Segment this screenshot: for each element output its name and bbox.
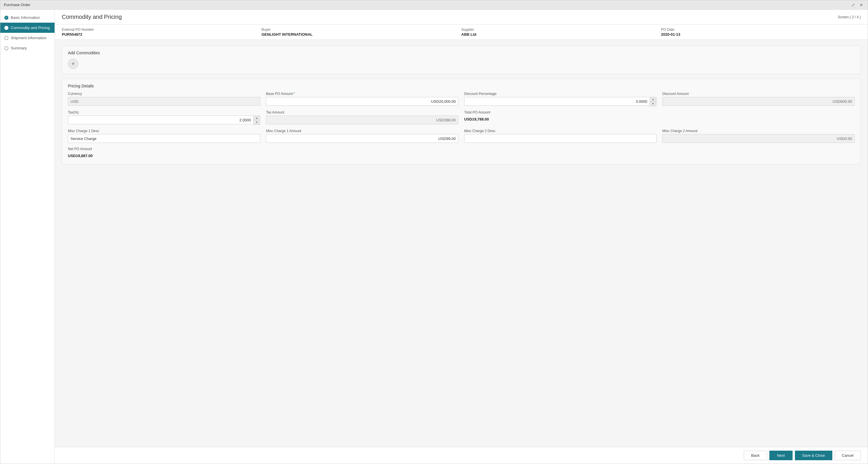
info-bar: External PO Number PUR554872 Buyer GENLI… — [55, 25, 868, 40]
title-bar-controls: ⤢ ✕ — [850, 3, 864, 7]
total-po-amount-label: Total PO Amount — [464, 110, 656, 114]
po-date-label: PO Date — [661, 28, 855, 32]
tax-group: Tax(%) ▲ ▼ — [68, 110, 260, 125]
page-title: Commodity and Pricing — [62, 13, 122, 20]
discount-amount-group: Discount Amount — [662, 92, 855, 106]
misc-charge2-amount-label: Misc Charge 2 Amount — [662, 129, 855, 133]
misc-charge1-amount-input[interactable] — [266, 134, 458, 143]
content-header: Commodity and Pricing Screen ( 2 / 4 ) — [55, 9, 868, 25]
total-po-amount-group: Total PO Amount USD19,788.00 — [464, 110, 656, 125]
purchase-order-window: Purchase Order ⤢ ✕ i Basic Information C… — [0, 0, 868, 464]
misc-charge2-desc-input[interactable] — [464, 134, 656, 143]
add-commodities-toggle-button[interactable]: + — [68, 59, 78, 69]
currency-group: Currency — [68, 92, 260, 106]
content-area: Commodity and Pricing Screen ( 2 / 4 ) E… — [55, 9, 868, 464]
footer: Back Next Save & Close Cancel — [55, 447, 868, 464]
tax-down-button[interactable]: ▼ — [253, 120, 260, 124]
tax-amount-input — [266, 116, 458, 124]
po-date-value: 2020-01-13 — [661, 32, 855, 36]
misc-charge2-amount-group: Misc Charge 2 Amount — [662, 129, 855, 143]
discount-amount-input — [662, 97, 855, 106]
misc-charge2-desc-group: Misc Charge 2 Desc — [464, 129, 656, 143]
base-po-amount-group: Base PO Amount* — [266, 92, 458, 106]
close-button[interactable]: ✕ — [859, 3, 864, 7]
buyer-field: Buyer GENLIGHT INTERNATIONAL — [262, 28, 462, 36]
supplier-label: Supplier — [461, 28, 655, 32]
misc-charge2-amount-input — [662, 134, 855, 143]
info-icon: i — [4, 16, 8, 20]
sidebar-label-summary: Summary — [11, 46, 27, 50]
pricing-details-section: Pricing Details Currency Base PO Amount* — [62, 79, 861, 164]
misc-charge1-amount-label: Misc Charge 1 Amount — [266, 129, 458, 133]
sidebar-label-basic-information: Basic Information — [11, 16, 40, 20]
discount-percentage-with-spinners: ▲ ▼ — [464, 97, 656, 106]
external-po-number-value: PUR554872 — [62, 32, 256, 36]
base-po-amount-input[interactable] — [266, 97, 458, 106]
save-close-button[interactable]: Save & Close — [795, 451, 832, 460]
back-button[interactable]: Back — [744, 451, 767, 460]
add-commodities-title: Add Commodities — [68, 51, 855, 55]
sidebar-label-commodity-and-pricing: Commodity and Pricing — [11, 26, 50, 30]
discount-percentage-down-button[interactable]: ▼ — [650, 102, 656, 106]
misc-charge1-amount-group: Misc Charge 1 Amount — [266, 129, 458, 143]
screen-indicator: Screen ( 2 / 4 ) — [838, 15, 861, 19]
inactive-dot-icon-2 — [4, 46, 8, 50]
sidebar-item-summary[interactable]: Summary — [0, 43, 55, 53]
scrollable-content: Add Commodities + Pricing Details Curren… — [55, 40, 868, 447]
net-po-amount-value: USD19,887.00 — [68, 152, 260, 160]
discount-amount-label: Discount Amount — [662, 92, 855, 96]
discount-percentage-label: Discount Percentage — [464, 92, 656, 96]
supplier-value: ABB Ltd — [461, 32, 655, 36]
discount-percentage-group: Discount Percentage ▲ ▼ — [464, 92, 656, 106]
inactive-dot-icon — [4, 36, 8, 40]
tax-up-button[interactable]: ▲ — [253, 116, 260, 120]
required-indicator: * — [293, 92, 295, 96]
sidebar: i Basic Information Commodity and Pricin… — [0, 9, 55, 464]
currency-input — [68, 97, 260, 106]
tax-label: Tax(%) — [68, 110, 260, 114]
misc-charge2-desc-label: Misc Charge 2 Desc — [464, 129, 656, 133]
external-po-number-field: External PO Number PUR554872 — [62, 28, 262, 36]
active-dot-icon — [4, 26, 8, 30]
pricing-grid: Currency Base PO Amount* Discount Percen… — [68, 92, 855, 160]
misc-charge1-desc-group: Misc Charge 1 Desc — [68, 129, 260, 143]
external-po-number-label: External PO Number — [62, 28, 256, 32]
tax-spinners: ▲ ▼ — [253, 116, 260, 125]
maximize-button[interactable]: ⤢ — [850, 3, 856, 7]
sidebar-item-commodity-and-pricing[interactable]: Commodity and Pricing — [0, 23, 55, 33]
add-commodities-section: Add Commodities + — [62, 46, 861, 74]
next-button[interactable]: Next — [769, 451, 793, 460]
po-date-field: PO Date 2020-01-13 — [661, 28, 861, 36]
sidebar-item-basic-information[interactable]: i Basic Information — [0, 12, 55, 23]
tax-input[interactable] — [68, 116, 253, 124]
base-po-amount-label: Base PO Amount* — [266, 92, 458, 96]
misc-charge1-desc-label: Misc Charge 1 Desc — [68, 129, 260, 133]
buyer-label: Buyer — [262, 28, 456, 32]
sidebar-item-shipment-information[interactable]: Shipment Information — [0, 33, 55, 43]
tax-amount-group: Tax Amount — [266, 110, 458, 125]
discount-percentage-spinners: ▲ ▼ — [650, 97, 656, 106]
buyer-value: GENLIGHT INTERNATIONAL — [262, 32, 456, 36]
misc-charge1-desc-input[interactable] — [68, 134, 260, 143]
main-content: i Basic Information Commodity and Pricin… — [0, 9, 868, 464]
discount-percentage-input[interactable] — [464, 97, 650, 106]
supplier-field: Supplier ABB Ltd — [461, 28, 661, 36]
discount-percentage-up-button[interactable]: ▲ — [650, 97, 656, 102]
pricing-details-title: Pricing Details — [68, 84, 855, 88]
cancel-button[interactable]: Cancel — [835, 451, 861, 460]
title-bar: Purchase Order ⤢ ✕ — [0, 0, 868, 9]
total-po-amount-value: USD19,788.00 — [464, 116, 656, 123]
tax-amount-label: Tax Amount — [266, 110, 458, 114]
window-title: Purchase Order — [4, 3, 30, 7]
placeholder-group-1 — [662, 110, 855, 125]
net-po-amount-group: Net PO Amount USD19,887.00 — [68, 147, 260, 160]
net-po-amount-label: Net PO Amount — [68, 147, 260, 151]
currency-label: Currency — [68, 92, 260, 96]
tax-with-spinners: ▲ ▼ — [68, 116, 260, 125]
sidebar-label-shipment-information: Shipment Information — [11, 36, 47, 40]
